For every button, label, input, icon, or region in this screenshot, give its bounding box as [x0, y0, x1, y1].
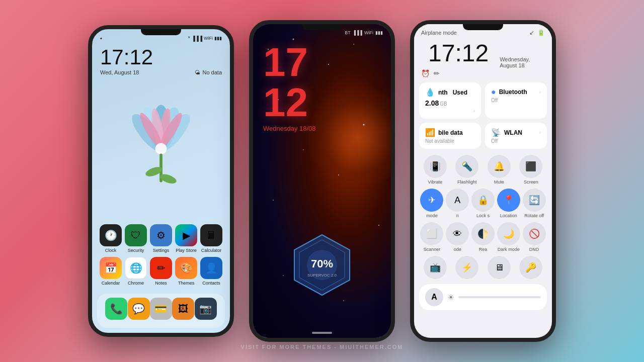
dock-gallery[interactable]: 🖼 [172, 298, 194, 320]
flashlight-icon[interactable]: 🔦 [455, 155, 478, 178]
battery-icon-2: ▮▮▮ [375, 30, 383, 35]
flashlight-toggle[interactable]: 🔦 Flashlight [455, 155, 478, 185]
app-contacts[interactable]: 👤 Contacts [199, 257, 224, 286]
app-icon-chrome[interactable]: 🌐 [125, 257, 147, 279]
app-icon-security[interactable]: 🛡 [125, 224, 147, 246]
vibrate-icon[interactable]: 📳 [424, 155, 447, 178]
app-themes[interactable]: 🎨 Themes [174, 257, 199, 286]
app-icon-themes[interactable]: 🎨 [175, 257, 197, 279]
app-notes[interactable]: ✏ Notes [148, 257, 174, 286]
phone1-date-text: Wed, August 18 [100, 69, 139, 75]
phone1-date-row: Wed, August 18 🌤 No data [92, 69, 230, 75]
rotate-label: Rotate off [524, 213, 544, 218]
location-icon[interactable]: 📍 [497, 189, 520, 212]
flashlight-label: Flashlight [457, 179, 477, 185]
phone2-date: Wednesday 18/08 [263, 125, 381, 132]
app-icon-calendar[interactable]: 📅 [100, 257, 122, 279]
app-icon-playstore[interactable]: ▶ [175, 224, 197, 246]
font-size-button[interactable]: A [425, 288, 443, 306]
dnd-icon[interactable]: 🚫 [523, 222, 546, 245]
phone3-date-inline: Wednesday, August 18 [500, 56, 545, 68]
svg-point-20 [338, 174, 339, 175]
app-clock[interactable]: 🕐 Clock [98, 224, 123, 253]
edit-icon[interactable]: ✏ [434, 69, 440, 77]
mobile-data-tile[interactable]: 📶 bile data Not available [419, 123, 481, 149]
vibrate-toggle[interactable]: 📳 Vibrate [424, 155, 447, 185]
data-tile-header: 💧 nth Used [425, 87, 475, 97]
app-icon-clock[interactable]: 🕐 [100, 224, 122, 246]
data-tile-icon: 💧 [425, 87, 435, 97]
location-toggle[interactable]: 📍 Location [497, 189, 520, 218]
eyeprotect-toggle[interactable]: 👁 ode [446, 222, 469, 252]
cast-toggle[interactable]: 📺 [424, 256, 447, 279]
eyeprotect-icon[interactable]: 👁 [446, 222, 469, 245]
reading-icon[interactable]: 🌓 [471, 222, 495, 245]
airplane-icon[interactable]: ✈ [420, 189, 443, 212]
battery-icon-1: ▮▮▮ [214, 36, 222, 41]
darkmode-label: Dark mode [498, 247, 520, 252]
data-tile-title: nth Used [438, 89, 467, 96]
dnd-toggle[interactable]: 🚫 DND [523, 222, 546, 252]
scanner-toggle[interactable]: ⬜ Scanner [420, 222, 443, 252]
dock-wallet[interactable]: 💳 [150, 298, 172, 320]
bluetooth-icon-1: * [188, 36, 190, 41]
phone-1: • * ▐▐▐ WiFi ▮▮▮ 17:12 Wed, August 18 🌤 … [88, 25, 234, 337]
auto-icon[interactable]: A [446, 189, 469, 212]
app-icon-contacts[interactable]: 👤 [200, 257, 222, 279]
bluetooth-tile[interactable]: ● Bluetooth › Off [485, 82, 547, 119]
scanner-icon[interactable]: ⬜ [420, 222, 443, 245]
app-label-themes: Themes [178, 281, 195, 286]
signal-icon-1: ▐▐▐ [192, 36, 202, 41]
wifi-icon-1: WiFi [204, 36, 213, 41]
lock-icon[interactable]: 🔒 [471, 189, 495, 212]
mute-toggle[interactable]: 🔔 Mute [488, 155, 511, 185]
svg-point-21 [273, 200, 274, 201]
brightness-slider[interactable] [458, 296, 541, 298]
nfc-toggle[interactable]: ⚡ [455, 256, 478, 279]
app-label-playstore: Play Store [176, 248, 197, 253]
rotate-toggle[interactable]: 🔄 Rotate off [523, 189, 546, 218]
dock-messages[interactable]: 💬 [128, 298, 150, 320]
auto-toggle[interactable]: A n [446, 189, 469, 218]
wlan-tile[interactable]: 📡 WLAN › Off [485, 123, 547, 149]
quick-icons-row-2: ✈ mode A n 🔒 Lock s 📍 Location 🔄 Rotate … [414, 187, 552, 220]
weather-label: No data [202, 69, 222, 75]
screen-rec-icon[interactable]: 🖥 [488, 256, 511, 279]
app-settings[interactable]: ⚙ Settings [148, 224, 174, 253]
screen-icon[interactable]: ⬛ [519, 155, 542, 178]
alarm-icon[interactable]: ⏰ [421, 69, 430, 77]
app-chrome[interactable]: 🌐 Chrome [123, 257, 148, 286]
svg-point-22 [378, 225, 379, 226]
app-icon-notes[interactable]: ✏ [150, 257, 172, 279]
phone2-status-bar: BT ▐▐▐ WiFi ▮▮▮ [253, 24, 391, 37]
app-security[interactable]: 🛡 Security [123, 224, 148, 253]
md-tile-status: Not available [425, 138, 475, 144]
screen-toggle[interactable]: ⬛ Screen [519, 155, 542, 185]
extra-toggle[interactable]: 🔑 [519, 256, 542, 279]
airplane-toggle[interactable]: ✈ mode [420, 189, 443, 218]
extra-icon[interactable]: 🔑 [519, 256, 542, 279]
darkmode-icon[interactable]: 🌙 [497, 222, 520, 245]
app-icon-calculator[interactable]: 🖩 [200, 224, 222, 246]
app-calculator[interactable]: 🖩 Calculator [199, 224, 224, 253]
wlan-chevron: › [539, 130, 541, 135]
screen-rec-toggle[interactable]: 🖥 [488, 256, 511, 279]
darkmode-toggle[interactable]: 🌙 Dark mode [497, 222, 520, 252]
dock-camera[interactable]: 📷 [195, 298, 217, 320]
mute-icon[interactable]: 🔔 [488, 155, 511, 178]
app-calendar[interactable]: 📅 Calendar [98, 257, 123, 286]
app-icon-settings[interactable]: ⚙ [150, 224, 172, 246]
app-playstore[interactable]: ▶ Play Store [174, 224, 199, 253]
md-tile-header: 📶 bile data [425, 128, 475, 137]
notification-bar: Airplane mode ↙ 🔋 [414, 24, 552, 39]
lockscreen-toggle[interactable]: 🔒 Lock s [471, 189, 495, 218]
cast-icon[interactable]: 📺 [424, 256, 447, 279]
reading-toggle[interactable]: 🌓 Rea [471, 222, 495, 252]
screen-label: Screen [524, 179, 538, 185]
airplane-label-icon: mode [426, 213, 438, 218]
nfc-icon[interactable]: ⚡ [455, 256, 478, 279]
data-tile[interactable]: 💧 nth Used 2.08 GB › [419, 82, 481, 119]
phone3-date-icons: ⏰ ✏ [414, 69, 552, 80]
rotate-icon[interactable]: 🔄 [523, 189, 546, 212]
dock-phone[interactable]: 📞 [105, 298, 127, 320]
